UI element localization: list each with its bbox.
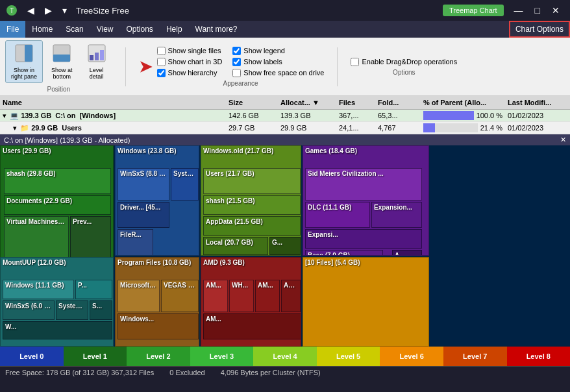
col-folders[interactable]: Fold...	[375, 97, 421, 108]
treemap-block[interactable]: AMD (9.3 GB)AM...WH...AM...AM...AM...	[201, 257, 301, 347]
show-right-pane-button[interactable]: Show inright pane	[5, 40, 43, 83]
show-labels-input[interactable]	[232, 58, 241, 66]
treemap-area[interactable]: Users (29.9 GB)shash (29.8 GB)Documents …	[0, 145, 570, 347]
treemap-block[interactable]: VEGAS (2...	[161, 280, 199, 312]
free-space-input[interactable]	[232, 69, 241, 77]
col-modified[interactable]: Last Modifi...	[505, 97, 570, 108]
treemap-block[interactable]: [10 Files] (5.4 GB)	[303, 257, 429, 347]
level-item[interactable]: Level 0	[0, 347, 64, 366]
treemap-block[interactable]: WH...	[229, 280, 254, 312]
treemap-block[interactable]: W...	[3, 321, 112, 339]
row1-alloc: 29.9 GB	[278, 123, 336, 132]
treemap-block[interactable]: Games (18.4 GB)Sid Meiers Civilization .…	[303, 145, 429, 256]
treemap-block[interactable]: Expansion...	[371, 202, 422, 228]
treemap-block[interactable]: MountUUP (12.0 GB)Windows (11.1 GB)P...W…	[0, 257, 114, 347]
table-row[interactable]: ▾ 📁 29.9 GB Users 29.7 GB 29.9 GB 24,1..…	[0, 122, 570, 134]
show-free-space-check[interactable]: Show free space on drive	[232, 69, 324, 77]
treemap-block[interactable]: Windows (11.1 GB)	[3, 280, 74, 299]
treemap-block[interactable]: Windows...	[118, 313, 199, 339]
treemap-block[interactable]: Expansi...	[305, 229, 422, 249]
treemap-block[interactable]: S...	[90, 300, 112, 320]
treemap-block[interactable]: AppData (21.5 GB)	[203, 216, 301, 236]
treemap-block[interactable]: AM...	[203, 280, 228, 312]
close-button[interactable]: ✕	[547, 4, 565, 17]
menu-view[interactable]: View	[90, 21, 120, 38]
level-item[interactable]: Level 1	[64, 347, 127, 366]
dropdown-button[interactable]: ▾	[58, 4, 71, 17]
status-bar: Free Space: 178 GB (of 312 GB) 367,312 F…	[0, 366, 570, 378]
treemap-block[interactable]: WinSxS (6.0 GB)	[3, 300, 55, 320]
treemap-block[interactable]: Driver... [45...	[118, 202, 169, 228]
row1-expand[interactable]: ▾	[13, 124, 17, 132]
col-name[interactable]: Name	[0, 97, 226, 108]
level-item[interactable]: Level 6	[380, 347, 443, 366]
menu-file[interactable]: File	[0, 21, 25, 38]
chart-3d-input[interactable]	[157, 58, 166, 66]
forward-button[interactable]: ▶	[41, 4, 56, 17]
show-labels-check[interactable]: Show labels	[232, 58, 324, 66]
level-item[interactable]: Level 8	[507, 347, 571, 366]
treemap-block[interactable]: FileR...	[118, 229, 153, 256]
treemap-block[interactable]: Microsoft O...	[118, 280, 160, 312]
menu-options[interactable]: Options	[120, 21, 160, 38]
menu-chart-options[interactable]: Chart Options	[509, 21, 570, 38]
show-single-files-check[interactable]: Show single files	[157, 47, 223, 55]
menu-want-more[interactable]: Want more?	[189, 21, 244, 38]
level-item[interactable]: Level 4	[253, 347, 317, 366]
treemap-block-label: Microsoft O...	[118, 280, 159, 290]
menu-help[interactable]: Help	[160, 21, 189, 38]
table-row[interactable]: ▾ 💻 139.3 GB C:\ on [Windows] 142.6 GB 1…	[0, 110, 570, 122]
single-files-input[interactable]	[157, 47, 166, 55]
arrow-indicator: ➤	[139, 59, 152, 75]
col-size[interactable]: Size	[226, 97, 278, 108]
drag-drop-input[interactable]	[351, 58, 359, 66]
back-button[interactable]: ◀	[23, 4, 38, 17]
treemap-block[interactable]: AM...	[203, 313, 301, 339]
show-legend-check[interactable]: Show legend	[232, 47, 324, 55]
level-detail-button[interactable]: Leveldetail	[81, 40, 112, 83]
treemap-block[interactable]: System32 (6...	[171, 168, 199, 201]
show-bottom-button[interactable]: Show atbottom	[45, 40, 79, 83]
col-files[interactable]: Files	[336, 97, 375, 108]
show-hierarchy-input[interactable]	[157, 69, 166, 77]
menu-home[interactable]: Home	[25, 21, 59, 38]
treemap-block[interactable]: P...	[75, 280, 112, 299]
col-alloc[interactable]: Allocat... ▼	[278, 97, 336, 108]
treemap-block[interactable]: AM...	[255, 280, 280, 312]
treemap-block[interactable]: Sid Meiers Civilization ...	[305, 168, 422, 201]
show-legend-input[interactable]	[232, 47, 241, 55]
show-hierarchy-check[interactable]: Show hierarchy	[157, 69, 223, 77]
treemap-block[interactable]: Program Files (10.8 GB)Microsoft O...VEG…	[115, 257, 199, 347]
level-item[interactable]: Level 3	[190, 347, 254, 366]
treemap-block-label: Games (18.4 GB)	[303, 146, 428, 156]
treemap-block[interactable]: Users (21.7 GB)	[203, 168, 301, 194]
menu-scan[interactable]: Scan	[59, 21, 90, 38]
row0-expand[interactable]: ▾	[3, 112, 6, 119]
level-item[interactable]: Level 5	[317, 347, 380, 366]
treemap-block[interactable]: AM...	[281, 280, 301, 312]
treemap-block[interactable]: Documents (22.9 GB)	[4, 195, 111, 215]
treemap-block[interactable]: Base (7.0 GB)	[305, 250, 383, 256]
treemap-block[interactable]: G...	[269, 237, 301, 255]
treemap-block[interactable]: WinSxS (8.8 GB)	[118, 168, 169, 201]
maximize-button[interactable]: □	[530, 4, 545, 17]
treemap-block[interactable]: Local (20.7 GB)	[203, 237, 268, 255]
minimize-button[interactable]: —	[509, 4, 528, 17]
treemap-block[interactable]: System3...	[56, 300, 88, 320]
treemap-block-label: AM...	[204, 280, 227, 290]
show-chart-3d-check[interactable]: Show chart in 3D	[157, 58, 223, 66]
treemap-title: C:\ on [Windows] (139.3 GB - Allocated)	[4, 136, 130, 144]
treemap-block-label: System32 (6...	[171, 169, 198, 178]
col-percent[interactable]: % of Parent (Allo...	[421, 97, 505, 108]
treemap-block[interactable]: DLC (11.1 GB)	[305, 202, 370, 228]
level-item[interactable]: Level 7	[443, 347, 507, 366]
treemap-chart-button[interactable]: Treemap Chart	[443, 5, 504, 16]
treemap-block[interactable]: A...	[392, 250, 422, 256]
treemap-block[interactable]: Windows (23.8 GB)WinSxS (8.8 GB)System32…	[115, 145, 199, 256]
treemap-block[interactable]: shash (29.8 GB)	[4, 168, 111, 194]
treemap-block[interactable]: shash (21.5 GB)	[203, 195, 301, 215]
drag-drop-check[interactable]: Enable Drag&Drop operations	[351, 58, 457, 66]
level-item[interactable]: Level 2	[127, 347, 190, 366]
treemap-block[interactable]: Windows.old (21.7 GB)Users (21.7 GB)shas…	[201, 145, 301, 256]
treemap-close-btn[interactable]: ✕	[560, 136, 566, 144]
